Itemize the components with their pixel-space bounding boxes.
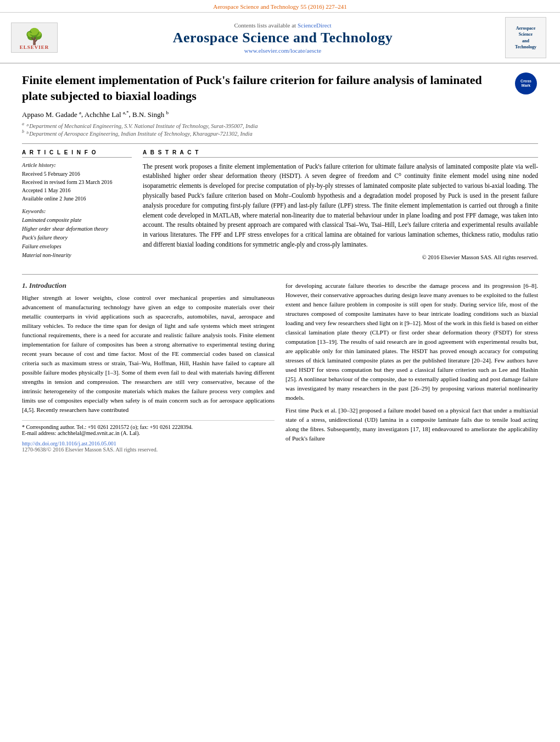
keywords-label: Keywords:	[22, 208, 132, 214]
footer-links: http://dx.doi.org/10.1016/j.ast.2016.05.…	[22, 440, 275, 453]
divider	[22, 274, 538, 275]
email-note: E-mail address: achchhelal@med.svnit.ac.…	[22, 430, 275, 436]
author-gadade: Appaso M. Gadade a	[22, 110, 81, 119]
article-info-abstract: A R T I C L E I N F O Article history: R…	[22, 143, 538, 265]
intro-para-right-1: for developing accurate failure theories…	[285, 281, 538, 403]
abstract-text: The present work proposes a finite eleme…	[143, 162, 538, 263]
journal-logo-box: AerospaceScienceandTechnology	[505, 17, 546, 58]
banner-text: Aerospace Science and Technology 55 (201…	[213, 3, 346, 10]
journal-logo-right: AerospaceScienceandTechnology	[505, 17, 549, 58]
received-date: Received 5 February 2016	[22, 170, 132, 178]
journal-url[interactable]: www.elsevier.com/locate/aescte	[60, 47, 505, 54]
keywords-list: Laminated composite plate Higher order s…	[22, 216, 132, 260]
intro-text-right: for developing accurate failure theories…	[285, 281, 538, 444]
crossmark-badge: CrossMark	[515, 72, 538, 96]
journal-center: Contents lists available at ScienceDirec…	[60, 22, 505, 54]
article-title: Finite element implementation of Puck's …	[22, 72, 508, 104]
authors-line: Appaso M. Gadade a, Achchhe Lal a,*, B.N…	[22, 109, 538, 119]
keyword-5: Material non-linearity	[22, 251, 132, 260]
crossmark-icon: CrossMark	[515, 72, 537, 94]
intro-text-left: Higher strength at lower weights, close …	[22, 293, 275, 415]
issn-text: 1270-9638/© 2016 Elsevier Masson SAS. Al…	[22, 447, 275, 453]
intro-para-right-2: First time Puck et al. [30–32] proposed …	[285, 406, 538, 443]
author-lal: Achchhe Lal a,*	[85, 110, 129, 119]
revised-date: Received in revised form 23 March 2016	[22, 178, 132, 186]
article-info-col: A R T I C L E I N F O Article history: R…	[22, 149, 132, 265]
history-block: Article history: Received 5 February 201…	[22, 162, 132, 203]
elsevier-tree-icon: 🌳	[25, 29, 44, 44]
available-date: Available online 2 June 2016	[22, 194, 132, 203]
abstract-paragraph: The present work proposes a finite eleme…	[143, 162, 538, 250]
article-title-section: Finite element implementation of Puck's …	[22, 72, 538, 104]
article-info-label: A R T I C L E I N F O	[22, 149, 132, 158]
keyword-1: Laminated composite plate	[22, 216, 132, 225]
affiliation-b: b ᵇ Department of Aerospace Engineering,…	[22, 129, 538, 137]
elsevier-brand-text: ELSEVIER	[20, 44, 49, 50]
keyword-2: Higher order shear deformation theory	[22, 225, 132, 233]
keywords-block: Keywords: Laminated composite plate High…	[22, 208, 132, 260]
sciencedirect-link[interactable]: ScienceDirect	[298, 22, 332, 29]
journal-name: Aerospace Science and Technology	[60, 30, 505, 46]
affiliation-a: a ᵃ Department of Mechanical Engineering…	[22, 121, 538, 129]
corresponding-note: * Corresponding author. Tel.: +91 0261 2…	[22, 420, 275, 436]
doi-link[interactable]: http://dx.doi.org/10.1016/j.ast.2016.05.…	[22, 440, 275, 447]
intro-para-left: Higher strength at lower weights, close …	[22, 293, 275, 415]
affiliations: a ᵃ Department of Mechanical Engineering…	[22, 121, 538, 137]
corresponding-text: * Corresponding author. Tel.: +91 0261 2…	[22, 424, 275, 430]
journal-header: 🌳 ELSEVIER Contents lists available at S…	[0, 13, 560, 64]
history-label: Article history:	[22, 162, 132, 168]
body-two-col: 1. Introduction Higher strength at lower…	[22, 281, 538, 453]
crossmark-label: CrossMark	[520, 79, 531, 88]
contents-label: Contents lists available at	[234, 22, 296, 29]
keyword-4: Failure envelopes	[22, 242, 132, 251]
abstract-col: A B S T R A C T The present work propose…	[143, 149, 538, 265]
contents-line: Contents lists available at ScienceDirec…	[60, 22, 505, 29]
elsevier-logo-box: 🌳 ELSEVIER	[11, 23, 58, 53]
body-left-col: 1. Introduction Higher strength at lower…	[22, 281, 275, 453]
top-banner: Aerospace Science and Technology 55 (201…	[0, 0, 560, 13]
body-right-col: for developing accurate failure theories…	[285, 281, 538, 453]
main-content: Finite element implementation of Puck's …	[0, 64, 560, 458]
author-singh: B.N. Singh b	[132, 110, 169, 119]
intro-heading: 1. Introduction	[22, 281, 275, 290]
elsevier-logo: 🌳 ELSEVIER	[11, 23, 60, 53]
keyword-3: Puck's failure theory	[22, 233, 132, 242]
copyright-line: © 2016 Elsevier Masson SAS. All rights r…	[143, 253, 538, 262]
journal-logo-text: AerospaceScienceandTechnology	[515, 25, 536, 50]
accepted-date: Accepted 1 May 2016	[22, 186, 132, 194]
abstract-label: A B S T R A C T	[143, 149, 538, 158]
